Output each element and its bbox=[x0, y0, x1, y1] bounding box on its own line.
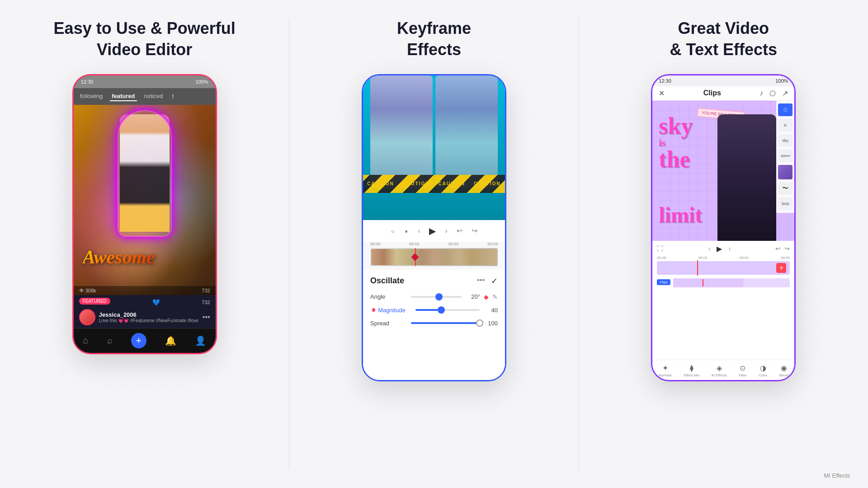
angle-slider-thumb bbox=[435, 293, 443, 300]
tab-following[interactable]: following bbox=[78, 92, 105, 101]
magnitude-slider-track[interactable] bbox=[415, 309, 480, 311]
more-options-icon[interactable]: ••• bbox=[477, 276, 485, 286]
awesome-text: Awesome bbox=[83, 246, 155, 268]
nav-blend[interactable]: ◉ Blend bbox=[779, 364, 788, 377]
spread-slider-track[interactable] bbox=[411, 322, 480, 324]
phone-3-time: 12:30 bbox=[659, 78, 671, 84]
tab-noticed[interactable]: noticed bbox=[142, 92, 165, 101]
layers-panel-btn[interactable]: ⬡ bbox=[778, 103, 793, 116]
undo-icon[interactable]: ↩ bbox=[775, 245, 781, 252]
clips-badge[interactable]: Clips bbox=[657, 279, 670, 285]
expand-icon[interactable]: ⛶ bbox=[657, 245, 663, 252]
spread-slider-row: Spread 100 bbox=[370, 320, 498, 327]
phone-2: CAUTION CAUTION CAUTION CAUTION ⬦ ⬧ ‹ ▶ … bbox=[362, 74, 506, 381]
spread-value: 100 bbox=[484, 320, 498, 327]
add-button[interactable]: + bbox=[131, 333, 146, 348]
add-clip-btn[interactable]: + bbox=[776, 263, 786, 273]
phone-2-timeline: 00:00 00:01 00:02 00:03 bbox=[363, 242, 505, 270]
effect-mix-icon: ⧫ bbox=[690, 364, 693, 372]
user-row: Jessica_2006 Love this 💗💗 #Featureme #Ne… bbox=[79, 309, 210, 325]
angle-value: 20° bbox=[467, 293, 480, 300]
marker-1: 00:01 bbox=[409, 242, 420, 246]
phone-1-time: 12:30 bbox=[81, 79, 94, 84]
likes-count: 732 bbox=[202, 288, 210, 293]
phone-1-footer: FEATURED 💙 732 Jessica_2006 Love this 💗💗… bbox=[74, 295, 216, 328]
right-panel: ⬡ ic sky space 〜 limit bbox=[776, 101, 794, 213]
phone-3: 12:30 100% ✕ Clips ♪ ⬡ ↗ bbox=[651, 74, 796, 381]
sticker-preview[interactable]: 〜 bbox=[778, 182, 793, 195]
phone-1-battery: 100% bbox=[196, 79, 208, 84]
user-caption: Love this 💗💗 #Featureme #NewFunimate #lo… bbox=[99, 318, 199, 323]
nav-ai-effects[interactable]: ◈ AI Effects bbox=[712, 364, 727, 377]
layers-icon[interactable]: ⬡ bbox=[769, 89, 776, 98]
nav-animate[interactable]: ✦ Animate bbox=[658, 364, 671, 377]
prev-icon[interactable]: ‹ bbox=[708, 245, 711, 252]
column-1: Easy to Use & Powerful Video Editor 12:3… bbox=[0, 0, 289, 488]
play-button[interactable]: ▶ bbox=[429, 225, 436, 236]
tab-featured[interactable]: featured bbox=[110, 92, 137, 101]
timeline-markers: 00:00 00:01 00:02 00:03 bbox=[370, 242, 498, 246]
nav-color[interactable]: ◑ Color bbox=[759, 364, 767, 377]
magnitude-label: Magnitude bbox=[378, 307, 411, 314]
angle-keyframe-icon[interactable]: ◆ bbox=[484, 293, 489, 300]
color-icon: ◑ bbox=[760, 364, 766, 372]
phone-1-video-area: Awesome 👁 308k 732 bbox=[74, 105, 216, 295]
space-btn[interactable]: space bbox=[778, 150, 793, 162]
nav-effect-mix[interactable]: ⧫ Effect Mix bbox=[684, 364, 699, 377]
profile-icon[interactable]: 👤 bbox=[195, 335, 206, 346]
column-1-title: Easy to Use & Powerful Video Editor bbox=[54, 18, 236, 61]
prev-frame-icon[interactable]: ‹ bbox=[418, 227, 420, 235]
phone-3-status-bar: 12:30 100% bbox=[652, 75, 794, 86]
redo-icon[interactable]: ↪ bbox=[472, 226, 477, 235]
ic-btn[interactable]: ic bbox=[778, 119, 793, 131]
phone-3-bottom-nav: ✦ Animate ⧫ Effect Mix ◈ AI Effects ⊙ Fi… bbox=[652, 360, 794, 380]
t-marker-0: 00:00 bbox=[657, 256, 666, 260]
phone-3-time-markers: 00:00 00:01 00:02 00:03 bbox=[657, 256, 790, 260]
nav-filter[interactable]: ⊙ Filter bbox=[739, 364, 747, 377]
rewind-right-icon[interactable]: ⬧ bbox=[404, 227, 409, 235]
redo-icon[interactable]: ↪ bbox=[784, 245, 790, 252]
angle-edit-icon[interactable]: ✎ bbox=[492, 293, 498, 300]
phone-3-canvas: sky is the limit YOU'RE BEAUTIFUL bbox=[652, 101, 794, 241]
notifications-icon[interactable]: 🔔 bbox=[165, 335, 176, 346]
home-icon[interactable]: ⌂ bbox=[83, 335, 88, 346]
close-icon[interactable]: ✕ bbox=[659, 89, 665, 98]
tab-more[interactable]: t bbox=[170, 92, 175, 101]
phone-1-status-bar: 12:30 100% bbox=[74, 75, 216, 88]
sky-btn[interactable]: sky bbox=[778, 134, 793, 147]
marker-0: 00:00 bbox=[370, 242, 381, 246]
next-frame-icon[interactable]: › bbox=[445, 227, 447, 235]
phone-1-tabs[interactable]: following featured noticed t bbox=[74, 88, 216, 105]
thumbnail-1[interactable] bbox=[778, 165, 793, 179]
angle-slider-fill bbox=[411, 296, 439, 298]
spread-label: Spread bbox=[370, 320, 406, 327]
export-icon[interactable]: ↗ bbox=[782, 89, 788, 98]
play-icon[interactable]: ▶ bbox=[717, 244, 722, 253]
effect-actions: ••• ✓ bbox=[477, 276, 498, 286]
header-title: Clips bbox=[703, 89, 721, 97]
rewind-left-icon[interactable]: ⬦ bbox=[391, 227, 395, 235]
effect-name: Oscillate bbox=[370, 276, 404, 286]
neon-outline bbox=[118, 110, 172, 237]
stats-overlay: 👁 308k 732 bbox=[74, 286, 216, 295]
music-icon[interactable]: ♪ bbox=[760, 89, 763, 98]
phone-3-track[interactable]: + bbox=[657, 261, 790, 275]
phone-3-playhead[interactable] bbox=[697, 260, 698, 276]
phone-2-controls[interactable]: ⬦ ⬧ ‹ ▶ › ↩ ↪ bbox=[363, 220, 505, 242]
timeline-bar[interactable] bbox=[370, 248, 498, 266]
spread-slider-fill bbox=[411, 322, 480, 324]
caution-text: CAUTION CAUTION CAUTION CAUTION bbox=[363, 181, 505, 186]
undo-icon[interactable]: ↩ bbox=[457, 226, 462, 235]
confirm-icon[interactable]: ✓ bbox=[491, 276, 498, 286]
search-icon[interactable]: ⌕ bbox=[107, 335, 113, 346]
angle-slider-track[interactable] bbox=[411, 296, 462, 298]
phone-3-header: ✕ Clips ♪ ⬡ ↗ bbox=[652, 86, 794, 101]
featured-badge: FEATURED bbox=[79, 298, 110, 305]
effect-panel: Oscillate ••• ✓ Angle 20° bbox=[363, 270, 505, 380]
limit-btn[interactable]: limit bbox=[778, 197, 793, 210]
column-2-title: Keyframe Effects bbox=[397, 18, 471, 61]
next-icon[interactable]: › bbox=[728, 245, 731, 252]
effect-header: Oscillate ••• ✓ bbox=[370, 276, 498, 286]
phone-3-content: 12:30 100% ✕ Clips ♪ ⬡ ↗ bbox=[652, 75, 794, 380]
more-options-icon[interactable]: ••• bbox=[203, 313, 210, 321]
